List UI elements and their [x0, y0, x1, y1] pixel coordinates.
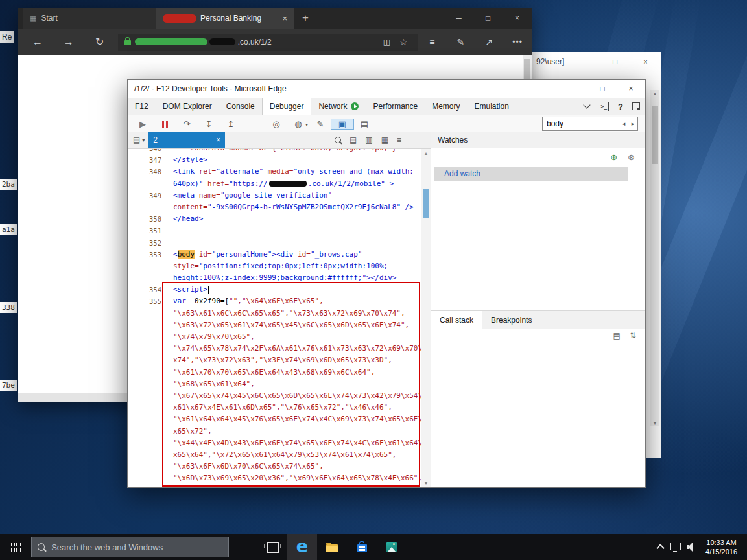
- code-row[interactable]: "\x74\x6F\x4C\x6F\x77\x65\x72\x43\x61\x7…: [128, 484, 421, 487]
- code-row[interactable]: content="-9xS00QGrp4-b-rWsNYSpMZB2OSmctQ…: [128, 202, 421, 213]
- code-row[interactable]: 353<body id="personalHome"><div id="_bro…: [128, 249, 421, 261]
- unpin-icon[interactable]: [632, 102, 640, 110]
- taskbar-search-box[interactable]: [31, 537, 229, 557]
- step-into-button[interactable]: ↧: [198, 119, 220, 129]
- clear-watches-icon[interactable]: ⊗: [628, 152, 635, 162]
- hub-icon[interactable]: ≡: [418, 37, 446, 47]
- docbar-icon[interactable]: ≡: [397, 135, 401, 145]
- menu-tab-performance[interactable]: Performance: [366, 98, 425, 115]
- find-icon[interactable]: [335, 137, 341, 143]
- tab-breakpoints[interactable]: Breakpoints: [482, 311, 540, 329]
- code-row[interactable]: "\x68\x65\x61\x64",: [128, 379, 421, 390]
- file-picker-icon[interactable]: ▤ ▾: [133, 135, 145, 145]
- scrollbar-thumb[interactable]: [652, 106, 658, 164]
- break-on-new-worker-button[interactable]: ◎: [265, 119, 287, 129]
- minimize-button[interactable]: ─: [569, 58, 600, 65]
- pause-on-exceptions-button[interactable]: ◍▾: [287, 119, 309, 129]
- search-input[interactable]: [50, 542, 222, 553]
- tab-close-icon[interactable]: ×: [277, 14, 287, 23]
- code-row[interactable]: "\x74\x65\x78\x74\x2F\x6A\x61\x76\x61\x7…: [128, 343, 421, 355]
- code-row[interactable]: 351: [128, 225, 421, 237]
- close-button[interactable]: ×: [503, 8, 532, 29]
- code-row[interactable]: 346 #android-banner br { clear: both; he…: [128, 149, 421, 154]
- address-bar[interactable]: .co.uk/1/2 ▯▯ ☆: [118, 34, 418, 51]
- code-row[interactable]: 352: [128, 237, 421, 249]
- callstack-icon[interactable]: ⇅: [630, 331, 636, 340]
- search-next-icon[interactable]: ▸: [628, 121, 637, 127]
- scrollbar-thumb[interactable]: [423, 189, 429, 218]
- back-button[interactable]: ←: [22, 36, 53, 48]
- code-row[interactable]: "\x63\x6F\x6D\x70\x6C\x65\x74\x65",: [128, 461, 421, 472]
- edit-breakpoints-button[interactable]: ✎: [309, 119, 331, 129]
- code-row[interactable]: x61\x67\x4E\x61\x6D\x65","\x76\x65\x72",…: [128, 402, 421, 414]
- code-row[interactable]: "\x6D\x73\x69\x65\x20\x36","\x69\x6E\x64…: [128, 472, 421, 484]
- close-button[interactable]: ×: [617, 84, 645, 93]
- code-row[interactable]: x65\x64","\x72\x65\x61\x64\x79\x53\x74\x…: [128, 449, 421, 461]
- maximize-button[interactable]: □: [473, 8, 503, 29]
- volume-tray-button[interactable]: [683, 534, 699, 560]
- store-button[interactable]: [347, 534, 377, 560]
- document-tab-2[interactable]: 2 ×: [148, 132, 225, 148]
- continue-button[interactable]: ▶: [132, 119, 154, 129]
- tray-expand-button[interactable]: [652, 534, 668, 560]
- maximize-button[interactable]: □: [600, 58, 630, 65]
- code-row[interactable]: "\x74\x79\x70\x65",: [128, 331, 421, 343]
- add-watch-icon[interactable]: ⊕: [610, 152, 617, 162]
- tab-personal-banking[interactable]: Personal Banking ×: [156, 8, 294, 29]
- code-row[interactable]: 350</head>: [128, 213, 421, 225]
- scroll-up-icon[interactable]: ▲: [421, 151, 431, 156]
- menu-tab-memory[interactable]: Memory: [425, 98, 467, 115]
- code-row[interactable]: x65\x72",: [128, 426, 421, 438]
- break-button[interactable]: [154, 121, 176, 128]
- menu-tab-f12[interactable]: F12: [128, 98, 156, 115]
- add-watch-row[interactable]: Add watch: [434, 167, 628, 181]
- tab-call-stack[interactable]: Call stack: [431, 311, 482, 329]
- share-icon[interactable]: ↗: [475, 37, 503, 47]
- menu-tab-dom-explorer[interactable]: DOM Explorer: [156, 98, 219, 115]
- code-row[interactable]: x74","\x73\x72\x63","\x3F\x74\x69\x6D\x6…: [128, 355, 421, 366]
- code-row[interactable]: "\x44\x4F\x4D\x43\x6F\x6E\x74\x65\x6E\x7…: [128, 438, 421, 449]
- scroll-down-icon[interactable]: ▼: [421, 481, 431, 485]
- minimize-button[interactable]: ─: [560, 84, 588, 93]
- source-scrollbar[interactable]: ▲ ▼: [421, 149, 431, 487]
- maximize-button[interactable]: □: [588, 84, 617, 93]
- just-my-code-button[interactable]: ▤: [353, 119, 375, 129]
- scroll-down-icon[interactable]: ▼: [650, 421, 659, 425]
- reading-view-icon[interactable]: ▯▯: [378, 38, 394, 47]
- tab-start[interactable]: ▦ Start: [23, 8, 156, 29]
- code-row[interactable]: "\x67\x65\x74\x45\x6C\x65\x6D\x65\x6E\x7…: [128, 390, 421, 402]
- photos-button[interactable]: [377, 534, 407, 560]
- docbar-icon[interactable]: ▤: [350, 135, 357, 145]
- chevron-down-icon[interactable]: [584, 101, 591, 108]
- task-view-button[interactable]: [257, 534, 287, 560]
- doc-tab-close-icon[interactable]: ×: [216, 135, 220, 145]
- taskbar-clock[interactable]: 10:33 AM 4/15/2016: [699, 538, 744, 556]
- background-window-scrollbar[interactable]: ▲ ▼: [650, 90, 659, 426]
- code-row[interactable]: 348<link rel="alternate" media="only scr…: [128, 166, 421, 178]
- menu-tab-console[interactable]: Console: [219, 98, 262, 115]
- debugger-search-box[interactable]: body ◂ ▸: [542, 117, 638, 131]
- menu-tab-network[interactable]: Network: [311, 98, 366, 115]
- code-row[interactable]: style="position:fixed;top:0px;left:0px;w…: [128, 261, 421, 272]
- network-tray-button[interactable]: [668, 534, 683, 560]
- code-row[interactable]: "\x61\x70\x70\x65\x6E\x64\x43\x68\x69\x6…: [128, 367, 421, 379]
- code-row[interactable]: 349<meta name="google-site-verification": [128, 190, 421, 202]
- step-over-button[interactable]: ↷: [176, 119, 198, 129]
- code-row[interactable]: 354<script>: [128, 284, 421, 296]
- pretty-print-button[interactable]: ▣: [331, 119, 353, 129]
- refresh-button[interactable]: ↻: [84, 36, 115, 48]
- code-row[interactable]: 640px)" href="https://.co.uk/1/2/mobile"…: [128, 178, 421, 190]
- show-console-icon[interactable]: >_: [599, 102, 609, 111]
- code-row[interactable]: "\x61\x64\x64\x45\x76\x65\x6E\x74\x4C\x6…: [128, 414, 421, 425]
- search-prev-icon[interactable]: ◂: [619, 121, 628, 127]
- taskbar-edge-button[interactable]: e: [287, 534, 317, 560]
- more-options-icon[interactable]: •••: [503, 38, 532, 47]
- code-row[interactable]: height:100%;z-index:9999;background:#fff…: [128, 272, 421, 284]
- callstack-icon[interactable]: ▤: [613, 331, 621, 340]
- menu-tab-debugger[interactable]: Debugger: [262, 98, 312, 115]
- favorite-star-icon[interactable]: ☆: [394, 37, 413, 47]
- code-row[interactable]: "\x63\x72\x65\x61\x74\x65\x45\x6C\x65\x6…: [128, 320, 421, 331]
- devtools-title-bar[interactable]: /1/2/ - F12 Developer Tools - Microsoft …: [128, 80, 645, 98]
- web-note-icon[interactable]: ✎: [446, 37, 475, 47]
- code-row[interactable]: 347</style>: [128, 154, 421, 166]
